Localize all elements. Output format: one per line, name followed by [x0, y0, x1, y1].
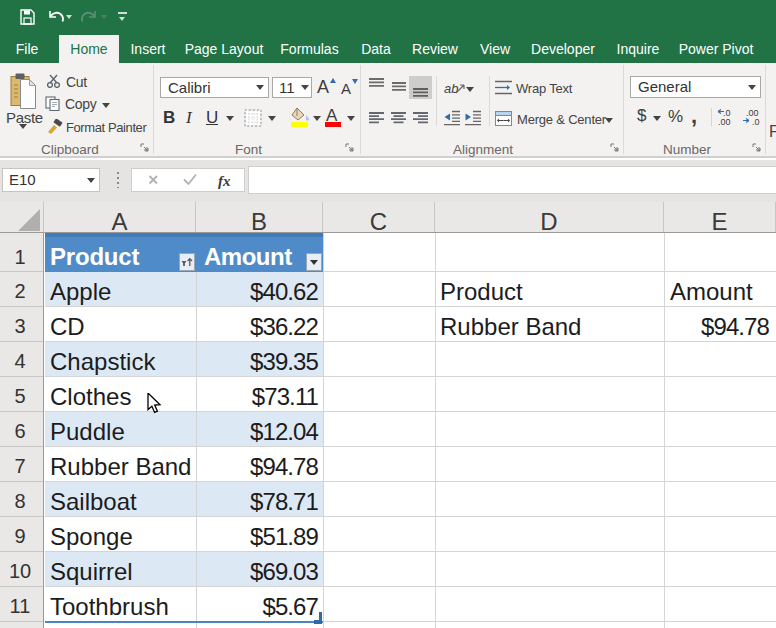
- svg-text:.0: .0: [752, 117, 760, 126]
- svg-text:fx: fx: [218, 173, 231, 189]
- svg-text:.00: .00: [718, 117, 731, 126]
- svg-text:ab: ab: [444, 81, 458, 96]
